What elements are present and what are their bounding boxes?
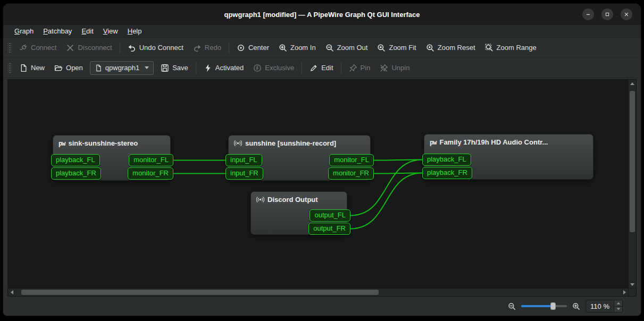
open-label: Open (66, 64, 83, 72)
port-output-fl[interactable]: output_FL (310, 209, 350, 222)
zoom-in-button[interactable]: Zoom In (274, 40, 321, 55)
zoom-out-icon (325, 44, 334, 52)
port-monitor-fr[interactable]: monitor_FR (328, 167, 374, 180)
node-discord-output[interactable]: Discord Output output_FL output_FR (250, 191, 347, 235)
menu-patchbay[interactable]: Patchbay (38, 26, 77, 36)
port-playback-fl[interactable]: playback_FL (51, 154, 100, 166)
node-sunshine[interactable]: sunshine [sunshine-record] input_FL inpu… (228, 135, 371, 181)
undo-connect-button[interactable]: Undo Connect (123, 40, 188, 55)
node-family-hd-audio[interactable]: pw Family 17h/19h HD Audio Contr... play… (424, 134, 593, 180)
scroll-up-button[interactable] (629, 80, 636, 87)
zoom-spinbox[interactable]: 110 % (586, 300, 623, 312)
record-icon (234, 139, 242, 147)
zoom-slider[interactable] (521, 302, 567, 310)
redo-button[interactable]: Redo (188, 40, 226, 55)
center-button[interactable]: Center (232, 40, 274, 55)
scroll-left-button[interactable] (8, 289, 15, 296)
menu-edit[interactable]: Edit (77, 26, 98, 36)
vertical-scroll-track[interactable] (629, 87, 636, 281)
menu-help[interactable]: Help (123, 26, 147, 36)
zoom-value[interactable]: 110 % (586, 300, 614, 312)
toolbar-handle[interactable] (8, 62, 12, 74)
arrow-down-icon (616, 308, 620, 310)
port-monitor-fl[interactable]: monitor_FL (129, 154, 173, 166)
zoom-in-icon[interactable] (572, 302, 580, 310)
port-output-fr[interactable]: output_FR (308, 223, 350, 235)
node-title-text: Discord Output (267, 196, 318, 204)
edit-icon (310, 64, 318, 72)
zoom-range-icon (485, 44, 494, 52)
close-button[interactable] (621, 9, 632, 20)
horizontal-scroll-handle[interactable] (21, 290, 378, 295)
zoom-fit-button[interactable]: Zoom Fit (372, 40, 421, 55)
graph-canvas[interactable]: pw sink-sunshine-stereo playback_FL play… (8, 80, 628, 288)
activated-label: Activated (215, 64, 244, 72)
scroll-down-button[interactable] (629, 281, 636, 288)
connect-icon (19, 44, 28, 52)
open-button[interactable]: Open (49, 61, 88, 75)
arrow-up-icon (616, 302, 620, 304)
minimize-button[interactable] (582, 9, 594, 20)
maximize-button[interactable] (601, 9, 613, 20)
zoom-range-button[interactable]: Zoom Range (480, 40, 541, 55)
disconnect-button[interactable]: Disconnect (61, 40, 116, 55)
close-icon (623, 11, 630, 18)
exclusive-icon (253, 64, 262, 72)
port-playback-fl[interactable]: playback_FL (422, 154, 471, 166)
zoom-in-icon (279, 44, 287, 52)
exclusive-toggle[interactable]: Exclusive (248, 61, 299, 75)
activated-icon (204, 64, 212, 72)
save-icon (161, 64, 169, 72)
scroll-right-button[interactable] (621, 289, 628, 296)
connect-button[interactable]: Connect (14, 40, 61, 55)
connections-layer[interactable] (8, 80, 628, 288)
center-icon (237, 44, 245, 52)
pipewire-icon: pw (430, 139, 436, 146)
redo-icon (193, 44, 202, 52)
save-button[interactable]: Save (156, 61, 193, 75)
node-title-text: sunshine [sunshine-record] (245, 139, 336, 147)
arrow-right-icon (623, 290, 626, 294)
window-controls (582, 9, 632, 20)
horizontal-scroll-track[interactable] (15, 289, 621, 296)
node-title: pw sink-sunshine-stereo (53, 136, 170, 147)
window-title: qpwgraph1 [modified] — A PipeWire Graph … (224, 11, 420, 19)
patchbay-combobox[interactable]: qpwgraph1 (90, 61, 154, 75)
new-button[interactable]: New (14, 61, 49, 75)
zoom-reset-icon (426, 44, 434, 52)
port-monitor-fr[interactable]: monitor_FR (128, 167, 173, 180)
disconnect-label: Disconnect (78, 44, 112, 52)
titlebar[interactable]: qpwgraph1 [modified] — A PipeWire Graph … (3, 4, 641, 25)
vertical-scroll-handle[interactable] (630, 91, 635, 232)
zoom-reset-button[interactable]: Zoom Reset (421, 40, 480, 55)
arrow-up-icon (630, 82, 634, 85)
port-input-fl[interactable]: input_FL (225, 154, 262, 166)
menu-view[interactable]: View (98, 26, 123, 36)
menu-graph[interactable]: Graph (10, 26, 38, 36)
port-playback-fr[interactable]: playback_FR (51, 167, 101, 180)
activated-toggle[interactable]: Activated (199, 61, 248, 75)
edit-toggle[interactable]: Edit (305, 61, 338, 75)
zoom-slider-handle[interactable] (550, 302, 556, 310)
center-label: Center (248, 44, 269, 52)
toolbar-handle[interactable] (8, 42, 12, 54)
port-input-fr[interactable]: input_FR (225, 167, 263, 180)
zoom-out-icon[interactable] (508, 302, 516, 310)
unpin-button[interactable]: Unpin (375, 61, 414, 75)
node-sink-sunshine-stereo[interactable]: pw sink-sunshine-stereo playback_FL play… (53, 135, 171, 181)
zoom-reset-label: Zoom Reset (438, 44, 475, 52)
vertical-scrollbar[interactable] (628, 80, 636, 288)
zoom-out-button[interactable]: Zoom Out (321, 40, 373, 55)
edit-label: Edit (321, 64, 333, 72)
horizontal-scrollbar[interactable] (8, 288, 628, 296)
spin-down-button[interactable] (614, 307, 622, 312)
pin-button[interactable]: Pin (344, 61, 375, 75)
new-file-icon (19, 64, 28, 72)
node-title-text: Family 17h/19h HD Audio Contr... (439, 138, 548, 146)
undo-icon (128, 44, 136, 52)
port-playback-fr[interactable]: playback_FR (422, 167, 472, 179)
toolbar-patchbay: New Open qpwgraph1 Save Activated Exclus… (3, 58, 641, 78)
statusbar: 110 % (3, 297, 641, 316)
port-monitor-fl[interactable]: monitor_FL (329, 154, 374, 166)
spin-up-button[interactable] (614, 300, 622, 307)
